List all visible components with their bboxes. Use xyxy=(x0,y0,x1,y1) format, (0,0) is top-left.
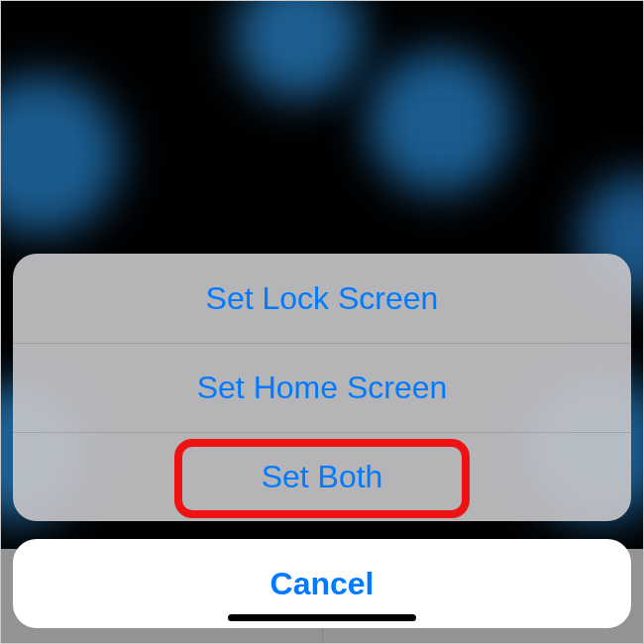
option-label: Set Lock Screen xyxy=(206,280,439,317)
option-label: Set Home Screen xyxy=(197,370,448,406)
set-lock-screen-button[interactable]: Set Lock Screen xyxy=(13,254,631,343)
set-home-screen-button[interactable]: Set Home Screen xyxy=(13,343,631,432)
action-sheet-options-group: Set Lock Screen Set Home Screen Set Both xyxy=(13,254,631,521)
home-indicator[interactable] xyxy=(228,614,416,621)
background-bokeh xyxy=(368,51,511,194)
background-bokeh xyxy=(0,75,120,234)
background-bokeh xyxy=(234,0,363,100)
action-sheet: Set Lock Screen Set Home Screen Set Both… xyxy=(13,254,631,628)
set-both-button[interactable]: Set Both xyxy=(13,432,631,521)
option-label: Set Both xyxy=(262,459,383,495)
cancel-label: Cancel xyxy=(270,566,375,602)
